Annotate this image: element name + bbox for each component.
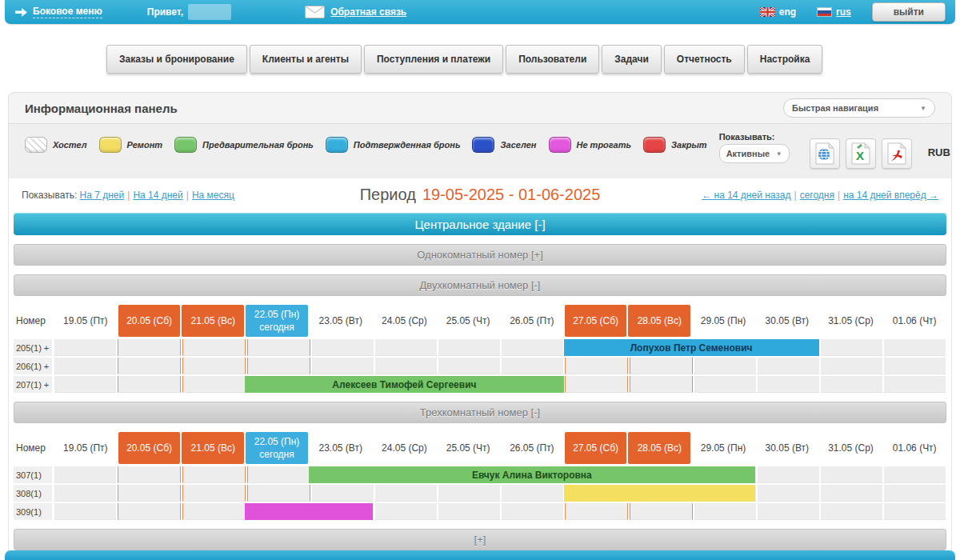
day-cell[interactable]	[182, 376, 246, 393]
day-cell[interactable]	[502, 339, 563, 356]
pdf-export-icon[interactable]	[882, 138, 912, 169]
range-link-3[interactable]: На месяц	[192, 190, 234, 201]
day-cell[interactable]	[182, 339, 246, 356]
lang-eng-link[interactable]: eng	[779, 6, 796, 18]
section-banner-one-room[interactable]: Однокомнатный номер [+]	[14, 244, 946, 266]
feedback-link[interactable]: Обратная связь	[330, 6, 406, 18]
day-cell[interactable]	[182, 503, 246, 520]
building-banner[interactable]: Центральное здание [-]	[14, 213, 946, 235]
booking-bar-preliminary[interactable]: Алексеев Тимофей Сергеевич	[245, 376, 564, 393]
booking-bar-preliminary[interactable]: Евчук Алина Викторовна	[309, 466, 755, 483]
day-cell[interactable]	[118, 376, 181, 393]
day-cell[interactable]	[758, 466, 819, 483]
day-cell[interactable]	[884, 376, 946, 393]
day-cell[interactable]	[438, 358, 500, 374]
section-banner-three-room[interactable]: Трехкомнатный номер [-]	[14, 402, 946, 423]
period-forward-link[interactable]: на 14 дней вперёд →	[843, 190, 938, 201]
nav-tab-2[interactable]: Клиенты и агенты	[250, 45, 362, 74]
day-cell[interactable]	[54, 376, 116, 393]
booking-bar-repair[interactable]	[564, 485, 755, 502]
room-label[interactable]: 309(1)	[14, 503, 52, 520]
day-cell[interactable]	[312, 339, 374, 356]
day-cell[interactable]	[884, 485, 946, 502]
day-cell[interactable]	[247, 339, 310, 356]
day-cell[interactable]	[375, 503, 437, 520]
section-banner-two-room[interactable]: Двухкомнатный номер [-]	[14, 274, 946, 296]
day-cell[interactable]	[758, 503, 819, 520]
ru-flag-icon[interactable]	[817, 7, 832, 17]
day-cell[interactable]	[884, 466, 946, 483]
nav-tab-3[interactable]: Поступления и платежи	[364, 45, 503, 74]
day-cell[interactable]	[54, 358, 116, 374]
excel-export-icon[interactable]: X	[846, 138, 876, 169]
day-cell[interactable]	[182, 485, 246, 502]
section-banner-more[interactable]: [+]	[14, 529, 946, 550]
day-cell[interactable]	[694, 358, 756, 374]
day-cell[interactable]	[54, 503, 116, 520]
room-label[interactable]: 206(1) +	[14, 358, 52, 374]
day-cell[interactable]	[247, 485, 310, 502]
day-cell[interactable]	[182, 466, 246, 483]
day-cell[interactable]	[821, 503, 882, 520]
day-cell[interactable]	[375, 358, 437, 374]
day-cell[interactable]	[118, 339, 181, 356]
day-cell[interactable]	[438, 503, 500, 520]
day-cell[interactable]	[118, 485, 181, 502]
day-cell[interactable]	[565, 503, 628, 520]
day-cell[interactable]	[247, 358, 310, 374]
room-label[interactable]: 207(1) +	[14, 376, 52, 393]
logout-button[interactable]: выйти	[872, 2, 946, 22]
day-cell[interactable]	[821, 466, 882, 483]
room-label[interactable]: 307(1)	[14, 466, 52, 483]
day-cell[interactable]	[375, 339, 437, 356]
day-cell[interactable]	[54, 485, 116, 502]
day-cell[interactable]	[821, 339, 882, 356]
day-cell[interactable]	[821, 358, 882, 374]
show-filter-select[interactable]: Активные ▼	[719, 144, 790, 163]
day-cell[interactable]	[118, 466, 181, 483]
booking-bar-confirmed[interactable]: Лопухов Петр Семенович	[564, 339, 819, 356]
day-cell[interactable]	[630, 358, 693, 374]
day-cell[interactable]	[821, 485, 882, 502]
day-cell[interactable]	[438, 339, 500, 356]
range-link-2[interactable]: На 14 дней	[133, 190, 182, 201]
day-cell[interactable]	[54, 339, 116, 356]
day-cell[interactable]	[502, 485, 563, 502]
period-today-link[interactable]: сегодня	[800, 190, 834, 201]
nav-tab-7[interactable]: Настройка	[747, 45, 823, 74]
day-cell[interactable]	[502, 358, 563, 374]
day-cell[interactable]	[821, 376, 882, 393]
day-cell[interactable]	[694, 376, 756, 393]
day-cell[interactable]	[565, 376, 628, 393]
day-cell[interactable]	[758, 376, 819, 393]
side-menu-link[interactable]: Боковое меню	[33, 6, 102, 18]
day-cell[interactable]	[312, 485, 374, 502]
day-cell[interactable]	[884, 358, 946, 374]
booking-bar-dnd[interactable]	[245, 503, 372, 520]
range-link-1[interactable]: На 7 дней	[80, 190, 125, 201]
quick-nav-select[interactable]: Быстрая навигация ▼	[783, 98, 935, 118]
day-cell[interactable]	[118, 503, 181, 520]
nav-tab-4[interactable]: Пользователи	[506, 45, 599, 74]
nav-tab-5[interactable]: Задачи	[602, 45, 662, 74]
day-cell[interactable]	[438, 485, 500, 502]
day-cell[interactable]	[565, 358, 628, 374]
day-cell[interactable]	[182, 358, 246, 374]
day-cell[interactable]	[630, 376, 693, 393]
day-cell[interactable]	[375, 485, 437, 502]
lang-rus-link[interactable]: rus	[836, 6, 851, 18]
day-cell[interactable]	[758, 358, 819, 374]
nav-tab-1[interactable]: Заказы и бронирование	[106, 45, 247, 74]
day-cell[interactable]	[118, 358, 181, 374]
period-back-link[interactable]: ← на 14 дней назад	[702, 190, 790, 201]
day-cell[interactable]	[884, 503, 946, 520]
day-cell[interactable]	[312, 358, 374, 374]
uk-flag-icon[interactable]	[760, 7, 775, 17]
room-label[interactable]: 205(1) +	[14, 339, 52, 356]
day-cell[interactable]	[758, 485, 819, 502]
day-cell[interactable]	[502, 503, 563, 520]
html-export-icon[interactable]	[810, 138, 840, 169]
day-cell[interactable]	[630, 503, 693, 520]
room-label[interactable]: 308(1)	[14, 485, 52, 502]
nav-tab-6[interactable]: Отчетность	[664, 45, 745, 74]
